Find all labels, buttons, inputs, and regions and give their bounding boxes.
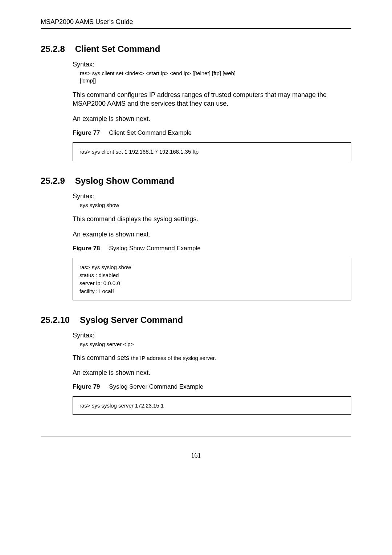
code-example-box: ras> sys client set 1 192.168.1.7 192.16… [73, 142, 351, 161]
section-description: This command configures IP address range… [73, 90, 351, 108]
figure-label: Figure 78 [73, 245, 100, 252]
figure-caption: Syslog Server Command Example [109, 383, 203, 390]
desc-tail: the IP address of the syslog server. [131, 355, 216, 361]
section-number: 25.2.9 [41, 176, 65, 186]
example-note: An example is shown next. [73, 115, 351, 123]
syntax-label: Syntax: [73, 61, 351, 68]
section-number: 25.2.8 [41, 44, 65, 54]
example-note: An example is shown next. [73, 369, 351, 377]
section-description: This command displays the syslog setting… [73, 215, 351, 223]
syntax-label: Syntax: [73, 193, 351, 200]
section-heading: 25.2.9 Syslog Show Command [41, 176, 351, 186]
figure-caption-line: Figure 78 Syslog Show Command Example [73, 245, 351, 252]
section-25-2-8: 25.2.8 Client Set Command Syntax: ras> s… [41, 44, 351, 161]
example-note: An example is shown next. [73, 231, 351, 238]
section-title: Syslog Server Command [80, 315, 183, 325]
footer-rule [41, 437, 351, 437]
desc-lead: This command sets [73, 354, 131, 361]
figure-caption: Syslog Show Command Example [109, 245, 200, 252]
code-example-box: ras> sys syslog server 172.23.15.1 [73, 396, 351, 415]
figure-caption-line: Figure 79 Syslog Server Command Example [73, 383, 351, 390]
section-number: 25.2.10 [41, 315, 70, 325]
section-title: Syslog Show Command [75, 176, 174, 186]
section-25-2-9: 25.2.9 Syslog Show Command Syntax: sys s… [41, 176, 351, 301]
syntax-code: sys syslog server <ip> [80, 341, 351, 348]
figure-label: Figure 77 [73, 129, 100, 136]
section-title: Client Set Command [75, 44, 160, 54]
section-body: Syntax: sys syslog show This command dis… [73, 193, 351, 301]
page-container: MSAP2000 AAMS User's Guide 25.2.8 Client… [0, 0, 392, 459]
section-heading: 25.2.10 Syslog Server Command [41, 315, 351, 325]
figure-label: Figure 79 [73, 383, 100, 390]
section-body: Syntax: sys syslog server <ip> This comm… [73, 332, 351, 415]
figure-caption-line: Figure 77 Client Set Command Example [73, 129, 351, 137]
section-description: This command sets the IP address of the … [73, 354, 351, 362]
figure-caption: Client Set Command Example [109, 129, 192, 136]
section-heading: 25.2.8 Client Set Command [41, 44, 351, 54]
section-25-2-10: 25.2.10 Syslog Server Command Syntax: sy… [41, 315, 351, 415]
syntax-code: sys syslog show [80, 202, 351, 209]
syntax-code: ras> sys client set <index> <start ip> <… [80, 70, 351, 85]
code-example-box: ras> sys syslog show status : disabled s… [73, 258, 351, 300]
running-header: MSAP2000 AAMS User's Guide [41, 18, 351, 29]
syntax-label: Syntax: [73, 332, 351, 339]
page-number: 161 [41, 452, 351, 459]
section-body: Syntax: ras> sys client set <index> <sta… [73, 61, 351, 161]
